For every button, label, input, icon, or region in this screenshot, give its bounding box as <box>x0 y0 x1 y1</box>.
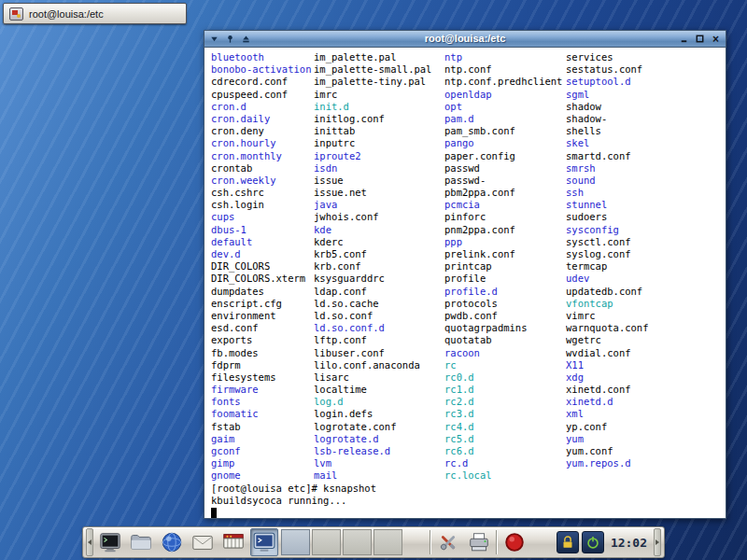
file-entry: protocols <box>444 298 566 310</box>
file-entry: setuptool.d <box>566 76 726 88</box>
file-entry: quotatab <box>444 334 566 346</box>
file-entry: rc2.d <box>444 396 566 408</box>
utilities-launcher-button[interactable] <box>434 528 462 556</box>
file-entry: issue.net <box>314 187 444 199</box>
file-entry: login.defs <box>314 408 444 420</box>
file-entry: inputrc <box>314 137 444 149</box>
window-titlebar[interactable]: root@louisa:/etc × <box>204 31 726 48</box>
lock-session-button[interactable] <box>557 531 579 553</box>
file-entry: rc5.d <box>444 433 566 445</box>
file-entry: iproute2 <box>314 150 444 162</box>
file-entry: fstab <box>211 421 314 433</box>
file-entry: ld.so.conf <box>314 310 444 322</box>
file-entry: shadow- <box>566 113 726 125</box>
file-entry: wgetrc <box>566 334 726 346</box>
pager-desktop-3[interactable] <box>343 529 372 555</box>
file-entry: foomatic <box>211 408 314 420</box>
lock-icon <box>559 534 576 551</box>
file-entry: prelink.conf <box>444 248 566 260</box>
terminal-icon <box>98 530 122 554</box>
panel-separator <box>430 530 431 554</box>
file-entry: bluetooth <box>211 51 314 63</box>
file-entry: pam_smb.conf <box>444 125 566 137</box>
file-entry: cron.weekly <box>211 175 314 187</box>
file-entry: libuser.conf <box>314 347 444 359</box>
pager-desktop-1[interactable] <box>281 529 310 555</box>
file-entry: vfontcap <box>566 298 726 310</box>
taskbar-window-label: root@louisa:/etc <box>29 8 104 20</box>
power-icon <box>585 534 601 551</box>
shade-icon[interactable] <box>239 33 253 46</box>
file-entry: cron.d <box>211 101 314 113</box>
desktop[interactable]: root@louisa:/etc root@louisa:/etc <box>0 0 747 560</box>
file-entry: openldap <box>444 89 566 101</box>
file-entry: imrc <box>314 89 444 101</box>
pin-icon[interactable] <box>223 33 237 46</box>
file-entry: pinforc <box>444 211 566 223</box>
ls-output: bluetoothbonobo-activationcdrecord.confc… <box>211 51 726 483</box>
file-entry: yum.repos.d <box>566 457 726 469</box>
file-entry: logrotate.d <box>314 433 444 445</box>
file-entry: paper.config <box>444 150 566 162</box>
file-entry: ldap.conf <box>314 286 444 298</box>
konsole-active-task-button[interactable] <box>250 528 278 556</box>
file-entry: udev <box>566 273 726 285</box>
file-entry: java <box>314 199 444 211</box>
ls-column-2: im_palette.palim_palette-small.palim_pal… <box>314 51 444 483</box>
web-browser-globe-icon <box>160 530 184 554</box>
file-entry: DIR_COLORS.xterm <box>211 273 314 285</box>
file-entry: ntp.conf.predhclient <box>444 76 566 88</box>
file-entry: mail <box>314 469 444 482</box>
pager-desktop-2[interactable] <box>312 529 341 555</box>
file-entry: ntp <box>444 51 566 63</box>
file-entry: quotagrpadmins <box>444 322 566 334</box>
panel-hide-right-button[interactable] <box>654 528 661 556</box>
file-entry: dumpdates <box>211 286 314 298</box>
file-entry: sysctl.conf <box>566 236 726 248</box>
email-launcher-button[interactable] <box>189 528 217 556</box>
file-entry: cron.monthly <box>211 150 314 162</box>
home-folder-launcher-button[interactable] <box>127 528 155 556</box>
file-entry: dbus-1 <box>211 224 314 236</box>
clock[interactable]: 12:02 <box>607 536 651 550</box>
konsole-window: root@louisa:/etc × bluetoothbonobo-activ… <box>204 30 726 519</box>
ls-column-1: bluetoothbonobo-activationcdrecord.confc… <box>211 51 314 483</box>
file-entry: pwdb.conf <box>444 310 566 322</box>
file-entry: filesystems <box>211 371 314 384</box>
pager-desktop-4[interactable] <box>374 529 402 555</box>
file-entry: sudoers <box>566 211 726 223</box>
file-entry: im_palette-tiny.pal <box>314 76 444 88</box>
file-entry: printcap <box>444 260 566 273</box>
maximize-button[interactable] <box>693 33 707 46</box>
file-entry: pbm2ppa.conf <box>444 187 566 199</box>
panel-hide-left-button[interactable] <box>86 528 93 556</box>
file-entry: ld.so.cache <box>314 298 444 310</box>
printer-launcher-button[interactable] <box>465 528 493 556</box>
update-notifier-button[interactable] <box>500 528 529 556</box>
konsole-icon <box>252 530 276 554</box>
kicker-panel: 12:02 <box>82 526 665 558</box>
file-entry: exports <box>211 334 314 346</box>
konsole-icon <box>9 7 23 21</box>
logout-button[interactable] <box>582 531 604 553</box>
file-entry: ntp.conf <box>444 63 566 76</box>
arrow-left-icon <box>88 539 92 545</box>
file-entry: cpuspeed.conf <box>211 89 314 101</box>
minimize-button[interactable] <box>677 33 691 46</box>
file-entry: updatedb.conf <box>566 286 726 298</box>
file-entry: rc.local <box>444 469 566 482</box>
terminal-launcher-button[interactable] <box>96 528 124 556</box>
file-entry: rc <box>444 359 566 371</box>
file-entry: cron.deny <box>211 125 314 137</box>
window-menu-icon[interactable] <box>207 33 221 46</box>
close-button[interactable]: × <box>709 33 723 46</box>
media-launcher-button[interactable] <box>219 528 247 556</box>
taskbar-window-button[interactable]: root@louisa:/etc <box>3 3 187 24</box>
file-entry: sgml <box>566 89 726 101</box>
web-browser-launcher-button[interactable] <box>158 528 186 556</box>
terminal-content[interactable]: bluetoothbonobo-activationcdrecord.confc… <box>204 49 726 518</box>
file-entry: isdn <box>314 162 444 175</box>
file-entry: default <box>211 236 314 248</box>
file-entry: ksysguarddrc <box>314 273 444 285</box>
printer-icon <box>467 530 491 554</box>
